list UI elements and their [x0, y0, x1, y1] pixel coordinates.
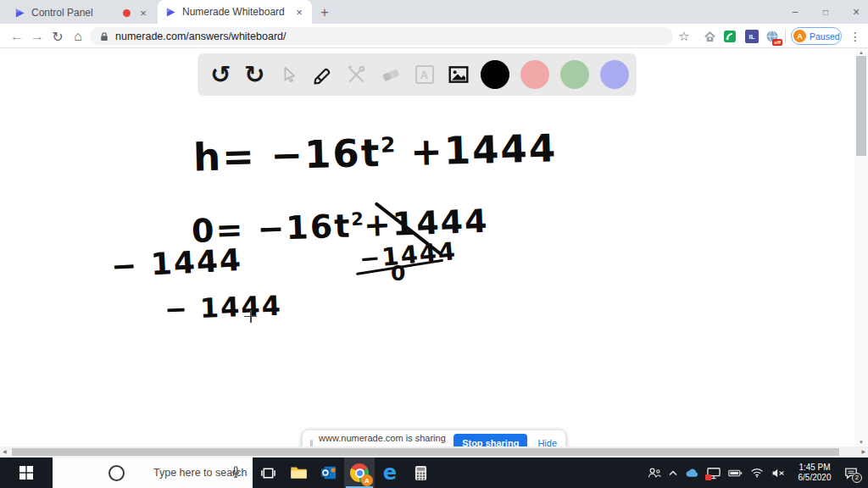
clock-time: 1:45 PM [798, 463, 830, 472]
tab-close-button[interactable]: × [136, 6, 150, 19]
wifi-icon[interactable] [750, 468, 764, 478]
tab-close-button[interactable]: × [292, 5, 306, 19]
scroll-down-arrow[interactable]: ▼ [859, 440, 864, 445]
volume-muted-icon[interactable] [771, 468, 785, 479]
tab-numerade-whiteboard[interactable]: Numerade Whiteboard × [158, 0, 312, 24]
people-icon[interactable] [648, 467, 661, 479]
whiteboard-toolbar: ↺ ↻ A [198, 53, 637, 96]
image-tool-icon[interactable] [447, 60, 470, 89]
clock-date: 6/5/2020 [798, 473, 832, 482]
forward-button[interactable]: → [27, 26, 47, 47]
globe-off-extension-icon[interactable]: off [762, 26, 782, 47]
tab-control-panel[interactable]: Control Panel × [7, 3, 156, 22]
windows-taskbar: Type here to search A e [0, 458, 868, 488]
tools-icon[interactable] [345, 60, 368, 89]
address-bar[interactable]: numerade.com/answers/whiteboard/ [90, 27, 673, 45]
notification-count-badge: 2 [852, 473, 862, 483]
result-zero: 0 [391, 261, 407, 286]
color-black-swatch[interactable] [481, 60, 509, 89]
extension-house-icon[interactable] [699, 26, 720, 47]
sharing-active-badge [705, 474, 711, 480]
task-view-button[interactable] [253, 458, 283, 488]
subtraction-bottom: − 1444 [164, 290, 282, 326]
taskbar-search-box[interactable]: Type here to search [53, 458, 253, 488]
eraser-icon[interactable] [379, 60, 402, 89]
profile-paused-button[interactable]: A Paused [791, 27, 842, 45]
color-purple-swatch[interactable] [600, 60, 629, 89]
calculator-button[interactable] [405, 458, 436, 488]
browser-menu-button[interactable]: ⋮ [847, 26, 864, 47]
window-minimize-button[interactable]: – [782, 0, 809, 24]
pointer-icon[interactable] [277, 60, 300, 89]
action-center-icon[interactable]: 2 [844, 467, 858, 480]
screencast-extension-icon[interactable] [720, 26, 740, 47]
text-tool-icon[interactable]: A [413, 60, 436, 89]
horizontal-scrollbar[interactable]: ◀ ▶ [0, 446, 868, 458]
chrome-button[interactable]: A [344, 458, 375, 488]
onedrive-icon[interactable] [685, 468, 699, 478]
vertical-scrollbar[interactable]: ▲ ▼ [854, 48, 868, 446]
horizontal-scrollbar-thumb[interactable] [12, 448, 839, 456]
recording-indicator-icon [123, 9, 131, 17]
whiteboard-canvas[interactable]: ↺ ↻ A h= −16t2 +1444 0= −16t2+1444 −1444 [0, 48, 868, 458]
vertical-scrollbar-thumb[interactable] [856, 56, 866, 156]
cortana-icon [108, 465, 125, 481]
taskbar-clock[interactable]: 1:45 PM 6/5/2020 [793, 463, 837, 483]
redo-icon[interactable]: ↻ [243, 60, 266, 89]
numerade-logo-icon [14, 8, 25, 19]
color-green-swatch[interactable] [560, 60, 589, 89]
outlook-button[interactable] [314, 458, 344, 488]
numerade-logo-icon [165, 7, 176, 18]
bookmark-star-button[interactable]: ☆ [674, 26, 694, 47]
edge-button[interactable]: e [375, 458, 405, 488]
lock-icon [100, 31, 108, 42]
new-tab-button[interactable]: + [317, 5, 332, 20]
chevron-up-icon[interactable] [669, 470, 677, 476]
tab-title: Control Panel [31, 7, 123, 19]
edge-logo-icon: e [383, 463, 397, 483]
screen-share-tray-icon[interactable] [707, 467, 721, 480]
profile-status: Paused [810, 31, 840, 42]
avatar: A [793, 30, 806, 42]
file-explorer-button[interactable] [283, 458, 314, 488]
tab-strip: Control Panel × Numerade Whiteboard × + … [0, 0, 868, 24]
window-maximize-button[interactable]: □ [812, 0, 839, 24]
reload-button[interactable]: ↻ [47, 26, 68, 47]
home-button[interactable]: ⌂ [68, 26, 88, 47]
scroll-left-arrow[interactable]: ◀ [3, 449, 7, 454]
browser-toolbar: ← → ↻ ⌂ numerade.com/answers/whiteboard/… [0, 24, 868, 48]
system-tray: 1:45 PM 6/5/2020 2 [648, 463, 868, 483]
pen-icon[interactable] [311, 60, 334, 89]
subtraction-left: − 1444 [110, 242, 243, 284]
off-badge: off [772, 39, 782, 46]
profile-badge: A [361, 474, 373, 486]
crosshair-cursor-icon [244, 316, 257, 318]
battery-icon[interactable] [728, 469, 743, 478]
microphone-icon[interactable] [231, 464, 241, 484]
scroll-up-arrow[interactable]: ▲ [859, 50, 864, 55]
windows-logo-icon [19, 466, 33, 480]
start-button[interactable] [0, 458, 53, 488]
il-extension-icon[interactable]: IL [742, 26, 762, 47]
toolbar-divider [785, 30, 786, 43]
window-close-button[interactable]: × [843, 0, 868, 24]
tab-title: Numerade Whiteboard [182, 6, 292, 18]
equation-line-1: h= −16t2 +1444 [192, 125, 557, 180]
url-text: numerade.com/answers/whiteboard/ [115, 30, 287, 42]
undo-icon[interactable]: ↺ [209, 60, 232, 89]
color-pink-swatch[interactable] [520, 60, 549, 89]
scroll-right-arrow[interactable]: ▶ [861, 449, 865, 454]
back-button[interactable]: ← [7, 26, 27, 47]
